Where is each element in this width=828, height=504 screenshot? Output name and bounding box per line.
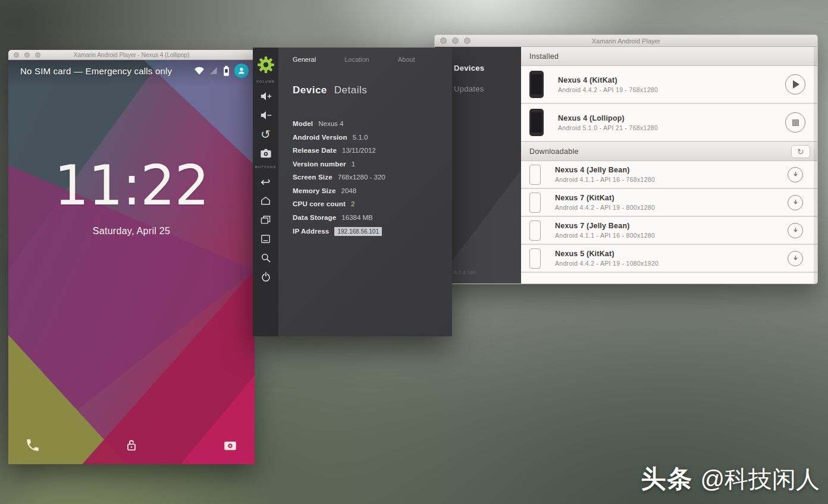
detail-row-data-storage: Data Storage16384 MB (293, 214, 452, 222)
tab-about[interactable]: About (398, 56, 415, 63)
detail-row-release-date: Release Date13/11/2012 (293, 147, 452, 155)
download-button[interactable] (788, 223, 803, 238)
watermark: 头条 @科技闲人 (641, 462, 820, 496)
android-back-icon[interactable]: ↩ (258, 174, 274, 190)
app-version-label: 0.7.2.167 (454, 270, 476, 275)
download-button[interactable] (788, 167, 803, 182)
device-name: Nexus 5 (KitKat) (555, 250, 788, 258)
play-button[interactable] (785, 74, 805, 94)
device-specs: Android 4.1.1 - API 16 - 768x1280 (555, 176, 788, 183)
settings-tabs: General Location About (293, 56, 452, 63)
device-specs: Android 4.4.2 - API 19 - 1080x1920 (555, 260, 788, 267)
watermark-brand: 头条 (641, 462, 693, 496)
volume-down-icon[interactable] (258, 108, 274, 123)
camera-shortcut-icon[interactable] (222, 437, 238, 453)
detail-row-screen-size: Screen Size768x1280 - 320 (293, 174, 452, 181)
download-icon (792, 199, 799, 206)
detail-row-model: ModelNexus 4 (293, 120, 452, 128)
clock-time: 11:22 (8, 154, 255, 218)
user-avatar-icon[interactable] (234, 64, 249, 78)
no-sim-status-text: No SIM card — Emergency calls only (20, 66, 193, 76)
watermark-handle: @科技闲人 (700, 463, 820, 496)
device-row-nexus4-kitkat[interactable]: Nexus 4 (KitKat) Android 4.4.2 - API 19 … (521, 66, 817, 104)
device-row-nexus4-lollipop[interactable]: Nexus 4 (Lollipop) Android 5.1.0 - API 2… (521, 104, 817, 142)
device-row-partial (521, 273, 817, 284)
emulator-tool-strip: Volume ↺ Buttons ↩ (253, 48, 278, 336)
stop-button[interactable] (785, 112, 805, 133)
device-details-pane: General Location About DeviceDetails Mod… (278, 48, 452, 336)
downloadable-section-header: Downloadable ↻ (521, 142, 817, 161)
phone-device-icon (529, 109, 544, 136)
detail-row-cpu-core-count: CPU core count2 (293, 200, 452, 208)
download-button[interactable] (788, 195, 803, 210)
device-specs: Android 4.4.2 - API 19 - 768x1280 (558, 86, 785, 93)
phone-device-icon (529, 193, 541, 213)
detail-row-memory-size: Memory Size2048 (293, 187, 452, 195)
device-manager-window: Xamarin Android Player Devices Updates 0… (434, 34, 818, 284)
scrollbar[interactable] (814, 47, 817, 284)
refresh-button[interactable]: ↻ (791, 145, 810, 158)
battery-icon (222, 65, 230, 77)
android-home-icon[interactable] (258, 193, 274, 209)
download-button[interactable] (788, 251, 803, 266)
device-name: Nexus 4 (KitKat) (558, 76, 785, 84)
phone-emulator-window: Xamarin Android Player - Nexus 4 (Lollip… (8, 50, 255, 464)
tab-general[interactable]: General (293, 56, 316, 63)
screenshot-camera-icon[interactable] (258, 146, 274, 161)
device-row-nexus5-kitkat[interactable]: Nexus 5 (KitKat) Android 4.4.2 - API 19 … (521, 245, 817, 273)
power-icon[interactable] (258, 269, 274, 285)
manager-window-titlebar[interactable]: Xamarin Android Player (435, 35, 817, 47)
device-specs: Android 5.1.0 - API 21 - 768x1280 (558, 124, 785, 131)
volume-section-label: Volume (256, 80, 275, 83)
android-lock-screen[interactable]: No SIM card — Emergency calls only (8, 60, 255, 464)
search-icon[interactable] (258, 250, 274, 266)
device-name: Nexus 4 (Lollipop) (558, 114, 785, 122)
wifi-icon (193, 65, 205, 76)
settings-gear-icon[interactable] (257, 56, 275, 74)
device-name: Nexus 4 (Jelly Bean) (555, 166, 788, 174)
device-details-heading: DeviceDetails (293, 84, 452, 96)
rotate-screen-icon[interactable]: ↺ (258, 127, 274, 142)
manager-window-title: Xamarin Android Player (435, 37, 817, 45)
device-name: Nexus 7 (KitKat) (555, 194, 788, 202)
installed-section-header: Installed (521, 47, 817, 66)
phone-device-icon (529, 248, 541, 269)
detail-row-version-number: Version number1 (293, 160, 452, 168)
device-list: Installed Nexus 4 (KitKat) Android 4.4.2… (521, 47, 817, 284)
phone-window-titlebar[interactable]: Xamarin Android Player - Nexus 4 (Lollip… (8, 50, 255, 60)
device-details-list: ModelNexus 4 Android Version5.1.0 Releas… (293, 120, 452, 236)
phone-device-icon (529, 220, 541, 241)
no-signal-icon (209, 66, 218, 76)
phone-window-title: Xamarin Android Player - Nexus 4 (Lollip… (8, 52, 255, 58)
device-row-nexus7-kitkat[interactable]: Nexus 7 (KitKat) Android 4.4.2 - API 19 … (521, 189, 817, 217)
lockscreen-wallpaper (8, 60, 255, 464)
device-specs: Android 4.4.2 - API 19 - 800x1280 (555, 204, 788, 211)
device-row-nexus7-jellybean[interactable]: Nexus 7 (Jelly Bean) Android 4.1.1 - API… (521, 217, 817, 245)
android-recents-icon[interactable] (258, 212, 274, 228)
phone-device-icon (529, 71, 544, 98)
detail-row-android-version: Android Version5.1.0 (293, 134, 452, 141)
play-icon (793, 80, 799, 89)
device-settings-panel: Volume ↺ Buttons ↩ (253, 48, 452, 336)
android-status-bar: No SIM card — Emergency calls only (8, 60, 255, 81)
device-row-nexus4-jellybean[interactable]: Nexus 4 (Jelly Bean) Android 4.1.1 - API… (521, 161, 817, 189)
ip-address-value[interactable]: 192.168.56.101 (334, 227, 382, 236)
detail-row-ip-address: IP Address192.168.56.101 (293, 227, 452, 236)
download-icon (792, 226, 799, 234)
phone-dialer-icon[interactable] (25, 437, 40, 453)
clock-date: Saturday, April 25 (8, 226, 255, 237)
download-icon (792, 254, 799, 262)
volume-up-icon[interactable] (258, 89, 274, 104)
android-menu-icon[interactable] (258, 231, 274, 247)
phone-device-icon (529, 165, 541, 185)
refresh-icon: ↻ (797, 147, 804, 156)
download-icon (792, 171, 799, 178)
stop-icon (792, 119, 799, 126)
buttons-section-label: Buttons (255, 165, 277, 169)
tab-location[interactable]: Location (344, 56, 369, 63)
lockscreen-clock: 11:22 Saturday, April 25 (8, 154, 255, 237)
device-name: Nexus 7 (Jelly Bean) (555, 222, 788, 230)
unlock-icon[interactable] (124, 437, 139, 453)
device-specs: Android 4.1.1 - API 16 - 800x1280 (555, 232, 788, 239)
